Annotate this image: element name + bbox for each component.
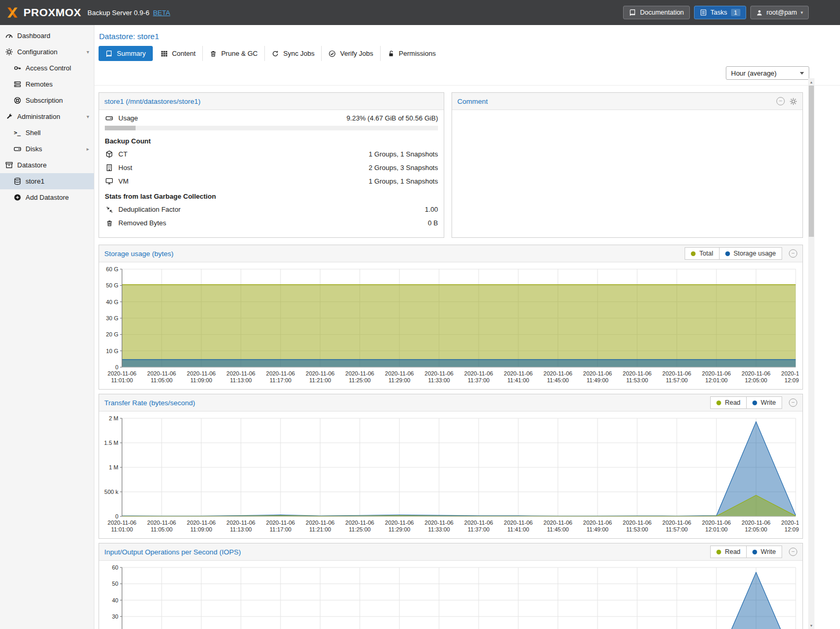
svg-text:2020-11-06: 2020-11-06 bbox=[464, 370, 493, 377]
tab-verify-jobs[interactable]: Verify Jobs bbox=[321, 46, 380, 61]
svg-text:11:57:00: 11:57:00 bbox=[666, 377, 688, 383]
documentation-label: Documentation bbox=[640, 9, 684, 16]
legend-item-read[interactable]: Read bbox=[710, 546, 747, 558]
row-value: 1 Groups, 1 Snapshots bbox=[369, 150, 438, 158]
sidebar-item-subscription[interactable]: Subscription bbox=[0, 92, 94, 108]
svg-text:2020-11-06: 2020-11-06 bbox=[781, 519, 799, 526]
scrollbar-thumb[interactable] bbox=[809, 86, 814, 237]
tab-prune-gc[interactable]: Prune & GC bbox=[202, 46, 264, 61]
backup-count-row-host: Host 2 Groups, 3 Snapshots bbox=[99, 160, 444, 173]
chevron-collapsed-icon[interactable]: ▸ bbox=[87, 146, 89, 152]
usage-value: 9.23% (4.67 GiB of 50.56 GiB) bbox=[346, 114, 438, 122]
legend-item-write[interactable]: Write bbox=[747, 546, 782, 558]
svg-text:500 k: 500 k bbox=[104, 489, 118, 495]
sidebar-item-configuration[interactable]: Configuration ▾ bbox=[0, 44, 94, 60]
panels-area: store1 (/mnt/datastores/store1) Usage 9.… bbox=[99, 92, 803, 629]
sidebar-item-label: Subscription bbox=[26, 96, 63, 104]
iops-chart-panel: Input/Output Operations per Second (IOPS… bbox=[99, 543, 803, 629]
gear-icon[interactable] bbox=[789, 98, 797, 105]
backup-count-row-vm: VM 1 Groups, 1 Snapshots bbox=[99, 173, 444, 187]
tab-permissions[interactable]: Permissions bbox=[380, 46, 443, 61]
comment-content[interactable] bbox=[452, 110, 802, 237]
svg-text:2020-11-06: 2020-11-06 bbox=[662, 370, 691, 377]
legend-dot bbox=[716, 550, 721, 554]
storage-usage-chart-panel: Storage usage (bytes) Total Storage usag… bbox=[99, 245, 803, 390]
tasks-button[interactable]: Tasks 1 bbox=[694, 6, 746, 19]
beta-link[interactable]: BETA bbox=[153, 9, 170, 17]
svg-text:2020-11-06: 2020-11-06 bbox=[147, 370, 176, 377]
collapse-icon[interactable]: − bbox=[776, 97, 785, 105]
legend-dot bbox=[752, 401, 757, 405]
storage-usage-chart: 2020-11-0611:01:002020-11-0611:05:002020… bbox=[99, 262, 802, 389]
sidebar-item-dashboard[interactable]: Dashboard bbox=[0, 28, 94, 44]
svg-text:2020-11-06: 2020-11-06 bbox=[623, 370, 651, 377]
sidebar-item-label: Configuration bbox=[17, 48, 57, 56]
svg-text:12:09:00: 12:09:00 bbox=[785, 377, 799, 383]
svg-text:11:05:00: 11:05:00 bbox=[151, 377, 173, 383]
sidebar-item-shell[interactable]: >_ Shell bbox=[0, 125, 94, 141]
svg-text:11:25:00: 11:25:00 bbox=[349, 377, 371, 383]
sidebar-item-store1[interactable]: store1 bbox=[0, 173, 94, 189]
desktop-icon bbox=[105, 177, 114, 185]
collapse-icon[interactable]: − bbox=[789, 249, 797, 258]
datastore-usage-panel: store1 (/mnt/datastores/store1) Usage 9.… bbox=[99, 92, 444, 238]
legend-item-storage-usage[interactable]: Storage usage bbox=[720, 247, 782, 260]
svg-text:50: 50 bbox=[112, 580, 118, 587]
collapse-icon[interactable]: − bbox=[789, 548, 797, 556]
transfer-rate-chart-panel: Transfer Rate (bytes/second) Read Write … bbox=[99, 394, 803, 539]
sidebar-item-label: store1 bbox=[26, 177, 44, 185]
svg-text:12:01:00: 12:01:00 bbox=[705, 526, 728, 533]
tab-summary[interactable]: Summary bbox=[99, 46, 153, 61]
svg-text:11:37:00: 11:37:00 bbox=[468, 526, 490, 533]
svg-text:11:09:00: 11:09:00 bbox=[190, 377, 212, 383]
legend-item-total[interactable]: Total bbox=[685, 247, 719, 260]
svg-text:30 G: 30 G bbox=[106, 315, 118, 321]
scroll-up-arrow[interactable]: ▲ bbox=[808, 78, 814, 86]
chevron-expanded-icon[interactable]: ▾ bbox=[87, 49, 89, 55]
legend-item-read[interactable]: Read bbox=[710, 396, 747, 409]
svg-text:2020-11-06: 2020-11-06 bbox=[543, 519, 572, 526]
gc-row-removed-bytes: Removed Bytes 0 B bbox=[99, 215, 444, 228]
svg-text:2020-11-06: 2020-11-06 bbox=[226, 519, 255, 526]
svg-text:2020-11-06: 2020-11-06 bbox=[543, 370, 572, 377]
timeframe-select[interactable]: Hour (average) bbox=[726, 66, 809, 80]
sidebar-item-label: Dashboard bbox=[17, 32, 51, 40]
panel-header: Transfer Rate (bytes/second) Read Write … bbox=[99, 394, 802, 412]
legend-dot bbox=[752, 550, 757, 554]
panel-title: Storage usage (bytes) bbox=[104, 250, 174, 258]
sidebar-item-add-datastore[interactable]: Add Datastore bbox=[0, 189, 94, 205]
logo-text: PROXMOX bbox=[23, 6, 81, 19]
hdd-icon bbox=[13, 145, 21, 153]
sidebar-item-remotes[interactable]: Remotes bbox=[0, 76, 94, 92]
vertical-scrollbar[interactable]: ▲ ▼ bbox=[808, 78, 814, 629]
svg-text:2020-11-06: 2020-11-06 bbox=[623, 519, 651, 526]
sidebar-item-disks[interactable]: Disks ▸ bbox=[0, 141, 94, 157]
book-icon bbox=[629, 9, 636, 16]
sidebar-item-administration[interactable]: Administration ▾ bbox=[0, 108, 94, 125]
scroll-down-arrow[interactable]: ▼ bbox=[808, 622, 814, 629]
tab-sync-jobs[interactable]: Sync Jobs bbox=[264, 46, 321, 61]
svg-text:12:05:00: 12:05:00 bbox=[745, 377, 768, 383]
unlock-icon bbox=[387, 50, 395, 57]
sidebar-item-label: Access Control bbox=[26, 64, 71, 72]
grid-icon bbox=[161, 50, 168, 57]
legend-item-write[interactable]: Write bbox=[747, 396, 782, 409]
svg-text:11:41:00: 11:41:00 bbox=[507, 377, 529, 383]
sidebar-item-datastore[interactable]: Datastore bbox=[0, 157, 94, 173]
svg-text:1 M: 1 M bbox=[109, 464, 118, 470]
svg-text:11:29:00: 11:29:00 bbox=[388, 377, 410, 383]
tab-content[interactable]: Content bbox=[154, 46, 203, 61]
svg-text:2020-11-06: 2020-11-06 bbox=[345, 519, 374, 526]
collapse-icon[interactable]: − bbox=[789, 398, 797, 407]
svg-text:11:33:00: 11:33:00 bbox=[428, 377, 450, 383]
sidebar-item-access-control[interactable]: Access Control bbox=[0, 60, 94, 76]
tab-bar: Summary Content Prune & GC Sync Jobs Ver… bbox=[99, 46, 840, 61]
svg-text:11:21:00: 11:21:00 bbox=[309, 526, 331, 533]
chevron-expanded-icon[interactable]: ▾ bbox=[87, 114, 89, 119]
chart-legend: Read Write bbox=[710, 396, 782, 409]
user-menu-button[interactable]: root@pam ▾ bbox=[750, 6, 809, 19]
svg-text:11:09:00: 11:09:00 bbox=[190, 526, 212, 533]
tab-label: Permissions bbox=[399, 50, 436, 57]
svg-text:2020-11-06: 2020-11-06 bbox=[424, 519, 453, 526]
documentation-button[interactable]: Documentation bbox=[623, 6, 689, 19]
